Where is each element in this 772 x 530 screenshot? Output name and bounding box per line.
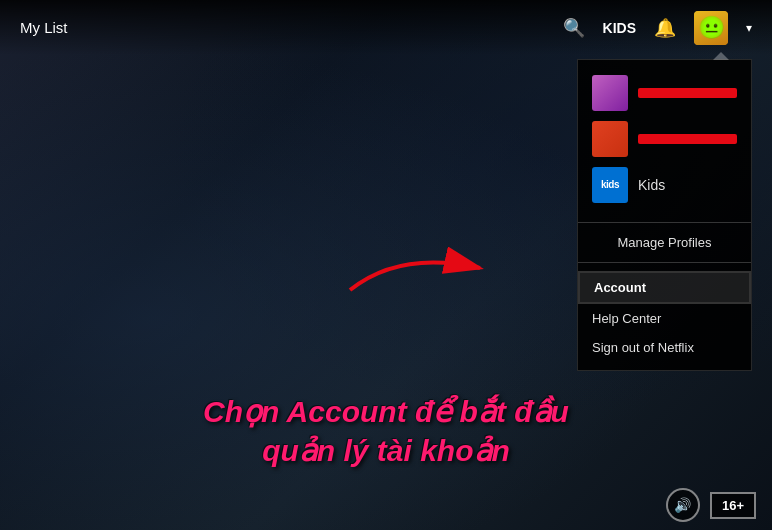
nav-left: My List (20, 19, 68, 36)
notification-icon[interactable]: 🔔 (654, 17, 676, 39)
profile-avatar-2 (592, 121, 628, 157)
profile-avatar-1 (592, 75, 628, 111)
kids-profile-item[interactable]: kids Kids (592, 162, 737, 208)
avatar-face (694, 11, 728, 45)
profile-item-1[interactable] (592, 70, 737, 116)
kids-badge: kids (592, 167, 628, 203)
profile-avatar-button[interactable] (694, 11, 728, 45)
bottom-bar: 🔊 16+ (650, 480, 772, 530)
instruction-line-1: Chọn Account để bắt đầu (0, 392, 772, 431)
divider-1 (578, 222, 751, 223)
annotation-arrow (320, 230, 520, 310)
account-link[interactable]: Account (578, 271, 751, 304)
chevron-down-icon[interactable]: ▾ (746, 21, 752, 35)
dropdown-links: Account Help Center Sign out of Netflix (578, 269, 751, 364)
profile-item-2[interactable] (592, 116, 737, 162)
instruction-line-2: quản lý tài khoản (0, 431, 772, 470)
profile-dropdown: kids Kids Manage Profiles Account Help C… (577, 59, 752, 371)
kids-profile-label: Kids (638, 177, 665, 193)
profile-name-bar-2 (638, 134, 737, 144)
volume-button[interactable]: 🔊 (666, 488, 700, 522)
navbar: My List 🔍 KIDS 🔔 ▾ (0, 0, 772, 55)
help-center-link[interactable]: Help Center (578, 304, 751, 333)
volume-icon: 🔊 (674, 497, 691, 513)
rating-badge: 16+ (710, 492, 756, 519)
manage-profiles-item[interactable]: Manage Profiles (578, 229, 751, 256)
nav-title: My List (20, 19, 68, 36)
instruction-text: Chọn Account để bắt đầu quản lý tài khoả… (0, 392, 772, 470)
sign-out-link[interactable]: Sign out of Netflix (578, 333, 751, 362)
kids-button[interactable]: KIDS (603, 20, 636, 36)
nav-right: 🔍 KIDS 🔔 ▾ kids (563, 11, 752, 45)
divider-2 (578, 262, 751, 263)
profiles-list: kids Kids (578, 70, 751, 216)
profile-name-bar-1 (638, 88, 737, 98)
search-icon[interactable]: 🔍 (563, 17, 585, 39)
